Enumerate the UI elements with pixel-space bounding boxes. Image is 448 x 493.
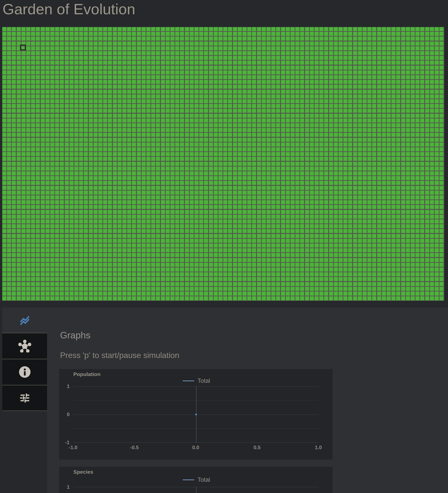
- sidebar-tab-info[interactable]: [2, 359, 47, 385]
- x-axis-tick: -1.0: [62, 445, 84, 450]
- chart-title: Population: [73, 371, 101, 377]
- simulation-grid[interactable]: [2, 27, 444, 301]
- panel-heading: Graphs: [60, 330, 90, 341]
- info-icon: [19, 366, 31, 378]
- selected-cell-outline: [20, 45, 26, 50]
- sidebar-tab-organism[interactable]: [2, 333, 47, 359]
- total-series-point: [195, 414, 197, 415]
- molecule-icon: [18, 339, 31, 352]
- sidebar-tab-graphs[interactable]: [2, 308, 47, 333]
- legend-item-total[interactable]: Total: [183, 476, 210, 483]
- legend-line-swatch: [183, 479, 194, 480]
- sidebar-tab-settings[interactable]: [2, 385, 47, 411]
- x-axis-tick: 0.0: [184, 445, 207, 450]
- y-axis-tick: 1: [59, 484, 70, 490]
- gridline-x0-vertical: [196, 487, 196, 493]
- x-axis-tick: 1.0: [307, 445, 330, 450]
- legend-label: Total: [197, 377, 210, 384]
- legend-item-total[interactable]: Total: [183, 377, 210, 384]
- legend-line-swatch: [183, 381, 194, 381]
- x-axis-tick: -0.5: [123, 445, 146, 450]
- y-axis-tick: 1: [59, 383, 70, 390]
- population-chart: Population Total 1 0 -1 -1.0 -0.5 0.0 0.…: [59, 369, 333, 460]
- x-axis-tick: 0.5: [246, 445, 268, 450]
- tune-icon: [20, 394, 30, 403]
- simulation-hint-text: Press 'p' to start/pause simulation: [60, 351, 179, 360]
- stacked-lines-icon: [19, 315, 30, 326]
- garden-of-evolution-app: Garden of Evolution: [0, 0, 448, 493]
- y-axis-tick: 0: [59, 411, 70, 418]
- page-title: Garden of Evolution: [3, 1, 135, 18]
- legend-label: Total: [197, 476, 210, 483]
- species-chart: Species Total 1: [59, 467, 333, 493]
- chart-title: Species: [73, 469, 93, 475]
